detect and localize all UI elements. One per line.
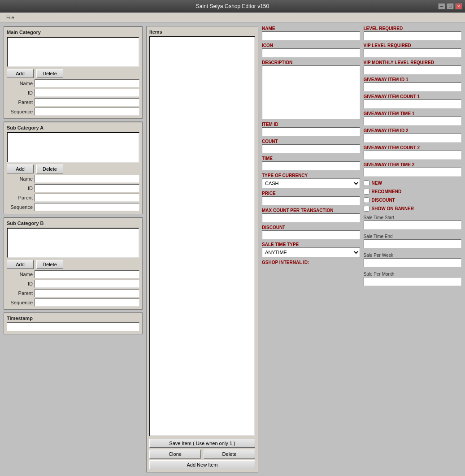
discount-input[interactable] xyxy=(262,230,360,239)
discount-checkbox-label: DISCOUNT xyxy=(372,198,395,203)
clone-button[interactable]: Clone xyxy=(149,450,201,459)
name-input[interactable] xyxy=(262,31,360,40)
save-item-button[interactable]: Save Item ( Use when only 1 ) xyxy=(149,439,255,448)
price-field: PRICE xyxy=(262,191,360,205)
new-checkbox-label: NEW xyxy=(372,181,382,186)
sale-per-month-field: Sale Per Month xyxy=(364,270,462,286)
sale-time-start-input[interactable] xyxy=(364,221,462,229)
time-label: TIME xyxy=(262,156,360,161)
sub-a-parent-row: Parent xyxy=(7,194,139,202)
sale-per-week-field: Sale Per Week xyxy=(364,251,462,267)
new-checkbox[interactable] xyxy=(364,180,369,186)
main-category-parent-input[interactable] xyxy=(35,98,139,106)
sub-b-sequence-row: Sequence xyxy=(7,299,139,307)
max-count-input[interactable] xyxy=(262,213,360,222)
vip-level-label: VIP LEVEL REQUIRED xyxy=(364,43,462,48)
vip-level-input[interactable] xyxy=(364,48,462,57)
sub-b-sequence-label: Sequence xyxy=(7,300,33,305)
description-textarea[interactable] xyxy=(262,65,360,119)
recommend-checkbox[interactable] xyxy=(364,189,369,195)
giveaway-count2-field: GIVEAWAY ITEM COUNT 2 xyxy=(364,145,462,160)
right-panel: NAME ICON DESCRIPTION ITEM ID COUNT TIME xyxy=(262,26,461,472)
main-category-section: Main Category Add Delete Name ID Parent … xyxy=(4,26,143,119)
sale-per-month-input[interactable] xyxy=(364,277,462,286)
menu-file[interactable]: File xyxy=(3,14,18,21)
giveaway-count1-label: GIVEAWAY ITEM COUNT 1 xyxy=(364,94,462,99)
discount-label: DISCOUNT xyxy=(262,225,360,230)
sub-a-name-input[interactable] xyxy=(35,175,139,183)
sub-a-sequence-input[interactable] xyxy=(35,203,139,211)
sub-b-id-row: ID xyxy=(7,280,139,288)
giveaway-id1-field: GIVEAWAY ITEM ID 1 xyxy=(364,77,462,91)
main-category-name-input[interactable] xyxy=(35,79,139,87)
sale-per-week-label: Sale Per Week xyxy=(364,253,462,258)
description-label: DESCRIPTION xyxy=(262,60,360,65)
sub-b-id-input[interactable] xyxy=(35,280,139,288)
sub-b-name-input[interactable] xyxy=(35,270,139,278)
item-id-input[interactable] xyxy=(262,127,360,136)
minimize-button[interactable]: ─ xyxy=(438,3,445,9)
sale-time-start-field: Sale Time Start xyxy=(364,213,462,229)
title-bar-controls: ─ □ ✕ xyxy=(438,3,462,9)
price-input[interactable] xyxy=(262,196,360,205)
main-category-add-button[interactable]: Add xyxy=(7,69,34,78)
sub-category-b-delete-button[interactable]: Delete xyxy=(36,260,63,269)
count-label: COUNT xyxy=(262,139,360,144)
main-category-id-input[interactable] xyxy=(35,89,139,97)
giveaway-count2-input[interactable] xyxy=(364,151,462,160)
show-banner-checkbox[interactable] xyxy=(364,206,369,212)
delete-button[interactable]: Delete xyxy=(204,450,255,459)
main-category-delete-button[interactable]: Delete xyxy=(36,69,63,78)
price-label: PRICE xyxy=(262,191,360,196)
sub-a-parent-input[interactable] xyxy=(35,194,139,202)
item-id-label: ITEM ID xyxy=(262,122,360,127)
add-new-item-button[interactable]: Add New Item xyxy=(149,460,255,469)
sub-a-id-input[interactable] xyxy=(35,184,139,192)
sale-time-type-select[interactable]: ANYTIME SCHEDULED xyxy=(262,247,360,257)
sub-b-sequence-input[interactable] xyxy=(35,299,139,307)
discount-checkbox[interactable] xyxy=(364,197,369,203)
close-button[interactable]: ✕ xyxy=(455,3,462,9)
icon-input[interactable] xyxy=(262,48,360,57)
sub-category-b-listbox[interactable] xyxy=(7,228,139,258)
sub-category-a-delete-button[interactable]: Delete xyxy=(36,164,63,173)
sub-category-a-listbox[interactable] xyxy=(7,132,139,163)
giveaway-time2-label: GIVEAWAY ITEM TIME 2 xyxy=(364,162,462,167)
count-input[interactable] xyxy=(262,144,360,153)
sub-category-a-section: Sub Category A Add Delete Name ID Parent… xyxy=(4,121,143,214)
sale-per-week-input[interactable] xyxy=(364,258,462,267)
maximize-button[interactable]: □ xyxy=(447,3,454,9)
currency-select[interactable]: CASH COIN GIFT xyxy=(262,178,360,188)
level-required-label: LEVEL REQUIRED xyxy=(364,26,462,31)
main-category-name-row: Name xyxy=(7,79,139,87)
count-field: COUNT xyxy=(262,139,360,153)
giveaway-count1-field: GIVEAWAY ITEM COUNT 1 xyxy=(364,94,462,108)
sub-b-parent-label: Parent xyxy=(7,290,33,296)
sub-category-a-add-button[interactable]: Add xyxy=(7,164,34,173)
sub-category-b-add-button[interactable]: Add xyxy=(7,260,34,269)
sale-time-end-field: Sale Time End xyxy=(364,232,462,248)
timestamp-input[interactable] xyxy=(7,322,139,331)
giveaway-id1-input[interactable] xyxy=(364,82,462,91)
main-category-sequence-input[interactable] xyxy=(35,108,139,116)
sale-time-type-field: SALE TIME TYPE ANYTIME SCHEDULED xyxy=(262,242,360,257)
giveaway-id2-input[interactable] xyxy=(364,134,462,143)
sale-time-type-label: SALE TIME TYPE xyxy=(262,242,360,247)
time-input[interactable] xyxy=(262,161,360,170)
main-category-listbox[interactable] xyxy=(7,37,139,67)
main-category-id-row: ID xyxy=(7,89,139,97)
timestamp-section: Timestamp xyxy=(4,312,143,334)
giveaway-count1-input[interactable] xyxy=(364,100,462,108)
vip-monthly-input[interactable] xyxy=(364,65,462,74)
giveaway-time1-input[interactable] xyxy=(364,117,462,125)
sub-b-parent-row: Parent xyxy=(7,289,139,297)
sub-category-a-title: Sub Category A xyxy=(7,125,139,130)
sub-b-parent-input[interactable] xyxy=(35,289,139,297)
giveaway-id1-label: GIVEAWAY ITEM ID 1 xyxy=(364,77,462,82)
items-listbox[interactable] xyxy=(149,36,255,436)
level-required-input[interactable] xyxy=(364,31,462,40)
sale-time-end-input[interactable] xyxy=(364,239,462,248)
sub-b-id-label: ID xyxy=(7,281,33,286)
giveaway-time2-input[interactable] xyxy=(364,168,462,177)
right-col2: LEVEL REQUIRED VIP LEVEL REQUIRED VIP MO… xyxy=(364,26,462,472)
